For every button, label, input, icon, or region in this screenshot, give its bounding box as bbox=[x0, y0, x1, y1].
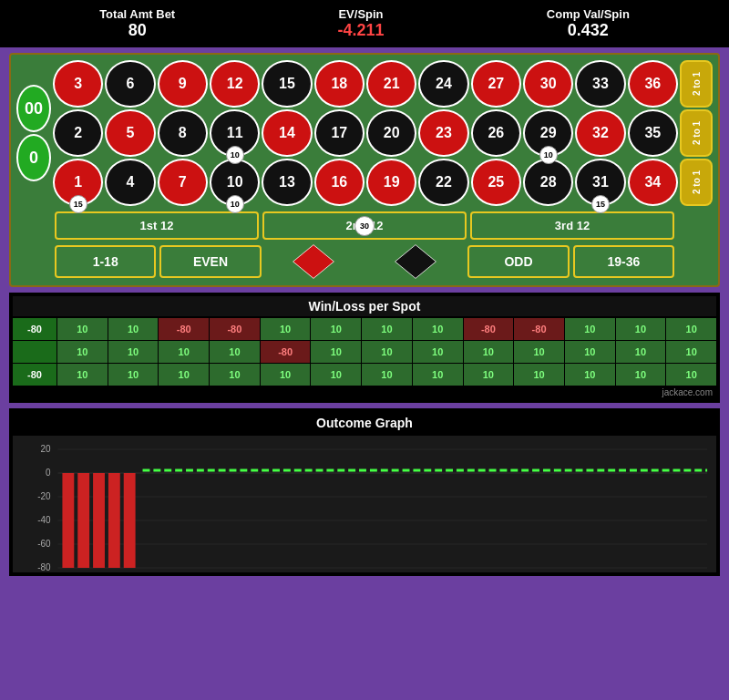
svg-text:0: 0 bbox=[46, 468, 51, 478]
wl-r2c5: -80 bbox=[261, 341, 311, 363]
wl-r1c1: 10 bbox=[57, 318, 108, 340]
dozen-3rd12[interactable]: 3rd 12 bbox=[470, 211, 674, 240]
num-3[interactable]: 3 bbox=[53, 60, 103, 108]
col1-2to1[interactable]: 2 to 1 bbox=[680, 60, 713, 108]
wl-label-r2 bbox=[13, 341, 56, 363]
bet-even[interactable]: EVEN bbox=[159, 245, 261, 278]
num-34[interactable]: 34 bbox=[628, 159, 678, 206]
num-4[interactable]: 4 bbox=[105, 159, 155, 206]
bet-19-36[interactable]: 19-36 bbox=[573, 245, 674, 278]
wl-r3c13: 10 bbox=[666, 364, 716, 386]
zero[interactable]: 0 bbox=[16, 134, 51, 181]
num-19[interactable]: 19 bbox=[366, 159, 416, 206]
num-27[interactable]: 27 bbox=[471, 60, 521, 108]
num-11[interactable]: 11 10 bbox=[210, 109, 260, 157]
num-15[interactable]: 15 bbox=[262, 60, 312, 108]
num-32[interactable]: 32 bbox=[575, 109, 625, 157]
number-grid: 00 0 3 6 9 12 15 18 21 24 27 30 33 36 2 … bbox=[16, 60, 713, 206]
bet-odd[interactable]: ODD bbox=[467, 245, 569, 278]
num-21[interactable]: 21 bbox=[366, 60, 416, 108]
chip-10: 10 bbox=[226, 195, 244, 213]
black-diamond[interactable] bbox=[366, 243, 464, 280]
num-1[interactable]: 1 15 bbox=[53, 159, 103, 206]
wl-r2c8: 10 bbox=[413, 341, 463, 363]
svg-marker-0 bbox=[293, 245, 334, 279]
num-33[interactable]: 33 bbox=[575, 60, 625, 108]
wl-r2c1: 10 bbox=[57, 341, 108, 363]
num-5[interactable]: 5 bbox=[105, 109, 155, 157]
num-2[interactable]: 2 bbox=[53, 109, 103, 157]
red-diamond[interactable] bbox=[265, 243, 363, 280]
ev-spin-block: EV/Spin -4.211 bbox=[337, 7, 384, 40]
dozen-1st12[interactable]: 1st 12 bbox=[55, 211, 259, 240]
comp-val-label: Comp Val/Spin bbox=[547, 7, 630, 21]
wl-r3c10: 10 bbox=[514, 364, 564, 386]
wl-r3c8: 10 bbox=[413, 364, 463, 386]
num-10[interactable]: 10 10 bbox=[210, 159, 260, 206]
num-16[interactable]: 16 bbox=[314, 159, 364, 206]
graph-section: Outcome Graph 20 0 -20 -40 -60 -80 bbox=[9, 408, 720, 576]
num-17[interactable]: 17 bbox=[314, 109, 364, 157]
num-24[interactable]: 24 bbox=[418, 60, 468, 108]
wl-r3c9: 10 bbox=[464, 364, 514, 386]
num-29[interactable]: 29 10 bbox=[523, 109, 573, 157]
wl-r1c2: 10 bbox=[108, 318, 159, 340]
winloss-grid: -80 10 10 -80 -80 10 10 10 10 -80 -80 10… bbox=[13, 318, 716, 386]
num-14[interactable]: 14 bbox=[262, 109, 312, 157]
wl-r1c8: 10 bbox=[413, 318, 463, 340]
col-2to1: 2 to 1 2 to 1 2 to 1 bbox=[680, 60, 713, 206]
dozen-2nd12[interactable]: 2nd 12 30 bbox=[262, 211, 467, 240]
num-35[interactable]: 35 bbox=[628, 109, 678, 157]
wl-r1c7: 10 bbox=[362, 318, 412, 340]
num-25[interactable]: 25 bbox=[471, 159, 521, 206]
wl-r3c5: 10 bbox=[261, 364, 311, 386]
ev-spin-label: EV/Spin bbox=[337, 7, 384, 21]
num-6[interactable]: 6 bbox=[105, 60, 155, 108]
wl-r3c11: 10 bbox=[565, 364, 615, 386]
winloss-title: Win/Loss per Spot bbox=[13, 296, 716, 316]
num-31[interactable]: 31 15 bbox=[575, 159, 625, 206]
wl-r2c10: 10 bbox=[514, 341, 564, 363]
num-12[interactable]: 12 bbox=[210, 60, 260, 108]
wl-r1c5: 10 bbox=[261, 318, 311, 340]
num-8[interactable]: 8 bbox=[158, 109, 208, 157]
graph-title: Outcome Graph bbox=[13, 412, 716, 434]
wl-r2c9: 10 bbox=[464, 341, 514, 363]
svg-text:-80: -80 bbox=[37, 562, 51, 572]
double-zero[interactable]: 00 bbox=[16, 85, 51, 132]
num-7[interactable]: 7 bbox=[158, 159, 208, 206]
svg-rect-18 bbox=[93, 473, 105, 568]
jackace-credit: jackace.com bbox=[13, 386, 716, 399]
wl-r3c7: 10 bbox=[362, 364, 412, 386]
wl-r2c7: 10 bbox=[362, 341, 412, 363]
bet-1-18[interactable]: 1-18 bbox=[55, 245, 156, 278]
col3-2to1[interactable]: 2 to 1 bbox=[680, 159, 713, 206]
svg-rect-20 bbox=[124, 473, 136, 568]
chip-31-15: 15 bbox=[591, 195, 610, 213]
comp-val-value: 0.432 bbox=[547, 21, 630, 40]
wl-r2c2: 10 bbox=[108, 341, 159, 363]
svg-text:20: 20 bbox=[41, 444, 51, 454]
num-9[interactable]: 9 bbox=[158, 60, 208, 108]
num-30[interactable]: 30 bbox=[523, 60, 573, 108]
ev-spin-value: -4.211 bbox=[337, 21, 384, 40]
num-13[interactable]: 13 bbox=[262, 159, 312, 206]
num-28[interactable]: 28 bbox=[523, 159, 573, 206]
num-26[interactable]: 26 bbox=[471, 109, 521, 157]
num-20[interactable]: 20 bbox=[366, 109, 416, 157]
wl-r3c6: 10 bbox=[311, 364, 361, 386]
wl-r3c2: 10 bbox=[108, 364, 159, 386]
num-22[interactable]: 22 bbox=[418, 159, 468, 206]
wl-r2c4: 10 bbox=[210, 341, 260, 363]
wl-r2c12: 10 bbox=[616, 341, 666, 363]
svg-text:-20: -20 bbox=[37, 491, 51, 501]
chip-11: 10 bbox=[226, 146, 244, 164]
zero-column: 00 0 bbox=[16, 60, 51, 206]
num-36[interactable]: 36 bbox=[628, 60, 678, 108]
wl-r1c4: -80 bbox=[210, 318, 260, 340]
even-bets-row: 1-18 EVEN ODD 19-36 bbox=[16, 243, 713, 280]
num-18[interactable]: 18 bbox=[314, 60, 364, 108]
num-23[interactable]: 23 bbox=[418, 109, 468, 157]
graph-svg: 20 0 -20 -40 -60 -80 1 3 5 7 9 11 bbox=[13, 436, 716, 572]
col2-2to1[interactable]: 2 to 1 bbox=[680, 109, 713, 157]
